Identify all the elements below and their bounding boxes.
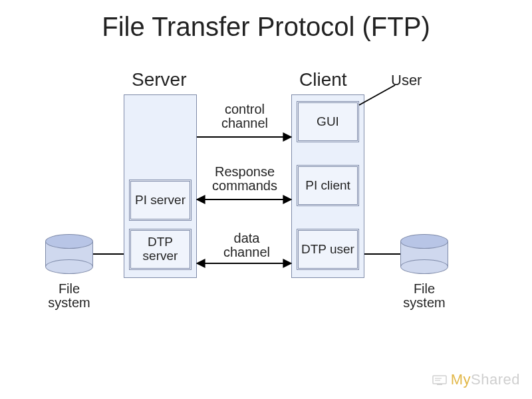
data-channel-label: data channel bbox=[223, 231, 270, 259]
client-header: Client bbox=[299, 69, 347, 90]
watermark-icon bbox=[432, 372, 447, 390]
watermark-text-b: Shared bbox=[471, 371, 520, 388]
pi-server-label: PI server bbox=[135, 194, 186, 207]
file-system-right-label: File system bbox=[400, 282, 448, 310]
page-title: File Transfer Protocol (FTP) bbox=[0, 12, 532, 42]
file-system-left-icon bbox=[45, 234, 93, 274]
connector-overlay bbox=[0, 0, 532, 399]
pi-client-label: PI client bbox=[305, 179, 350, 193]
dtp-user-label: DTP user bbox=[301, 243, 354, 257]
pi-server-box: PI server bbox=[129, 180, 192, 221]
server-header: Server bbox=[132, 69, 186, 90]
control-channel-label: control channel bbox=[211, 102, 278, 130]
svg-rect-1 bbox=[437, 384, 442, 385]
gui-box: GUI bbox=[297, 101, 359, 142]
pi-client-box: PI client bbox=[297, 165, 359, 206]
response-commands-label: Response commands bbox=[210, 165, 279, 193]
gui-label: GUI bbox=[317, 115, 339, 129]
watermark-text-a: My bbox=[451, 371, 471, 388]
user-pointer-line bbox=[359, 85, 395, 105]
dtp-user-box: DTP user bbox=[297, 229, 359, 270]
dtp-server-box: DTP server bbox=[129, 229, 192, 270]
file-system-left-label: File system bbox=[45, 282, 93, 310]
dtp-server-label: DTP server bbox=[131, 235, 190, 263]
svg-rect-0 bbox=[433, 376, 446, 384]
user-label: User bbox=[391, 72, 422, 89]
file-system-right-icon bbox=[400, 234, 448, 274]
watermark: MyShared bbox=[432, 371, 520, 390]
